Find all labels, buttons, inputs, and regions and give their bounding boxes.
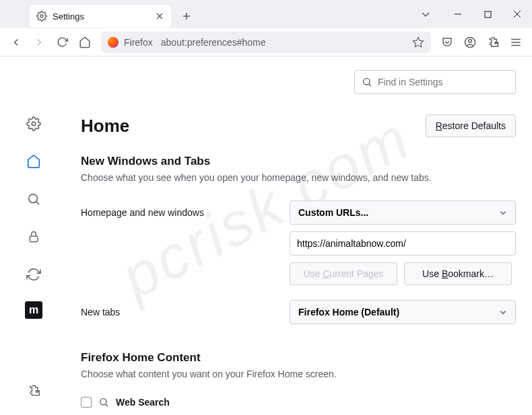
- titlebar: Settings: [0, 0, 532, 28]
- forward-button[interactable]: [28, 32, 50, 53]
- window-minimize-button[interactable]: [443, 0, 473, 28]
- homepage-url-input[interactable]: [290, 231, 516, 256]
- sidebar-item-search[interactable]: [23, 188, 44, 210]
- svg-point-4: [469, 39, 472, 42]
- homepage-label: Homepage and new windows: [81, 207, 290, 218]
- page-title: Home: [81, 116, 129, 137]
- svg-rect-7: [30, 236, 38, 241]
- home-button[interactable]: [74, 32, 96, 53]
- newtabs-select[interactable]: Firefox Home (Default): [290, 300, 516, 324]
- svg-point-5: [32, 122, 36, 126]
- back-button[interactable]: [5, 32, 27, 53]
- account-button[interactable]: [459, 32, 481, 53]
- svg-point-9: [100, 399, 106, 405]
- sidebar-item-privacy[interactable]: [23, 226, 44, 248]
- use-bookmark-button[interactable]: Use Bookmark…: [404, 262, 512, 285]
- find-settings-field[interactable]: [354, 70, 516, 94]
- sidebar-item-sync[interactable]: [23, 264, 44, 285]
- browser-tab[interactable]: Settings: [30, 5, 171, 28]
- section-windows-tabs-title: New Windows and Tabs: [67, 155, 516, 168]
- url-bar[interactable]: Firefox about:preferences#home: [101, 32, 431, 53]
- tab-close-button[interactable]: [155, 11, 164, 21]
- svg-rect-1: [485, 11, 491, 17]
- sidebar-item-mozilla[interactable]: m: [25, 301, 42, 319]
- gear-icon: [36, 11, 47, 22]
- svg-point-8: [364, 79, 370, 85]
- window-maximize-button[interactable]: [473, 0, 502, 28]
- svg-point-0: [40, 15, 43, 17]
- homepage-select-value: Custom URLs...: [298, 207, 368, 218]
- firefox-logo-icon: [108, 37, 119, 48]
- newtabs-select-value: Firefox Home (Default): [298, 307, 399, 317]
- section-windows-tabs-desc: Choose what you see when you open your h…: [67, 172, 516, 183]
- pocket-button[interactable]: [436, 32, 458, 53]
- reload-button[interactable]: [51, 32, 73, 53]
- search-icon: [98, 397, 109, 408]
- sidebar-item-general[interactable]: [23, 113, 44, 135]
- svg-marker-2: [413, 37, 424, 46]
- restore-defaults-button[interactable]: Restore Defaults: [426, 114, 516, 137]
- new-tab-button[interactable]: [176, 6, 197, 26]
- extensions-button[interactable]: [482, 32, 504, 53]
- websearch-checkbox[interactable]: [81, 397, 92, 408]
- svg-point-6: [29, 194, 38, 203]
- window-close-button[interactable]: [502, 0, 532, 28]
- urlbar-text: about:preferences#home: [161, 37, 412, 48]
- urlbar-brand: Firefox: [124, 37, 153, 48]
- find-settings-input[interactable]: [378, 77, 508, 87]
- tab-title: Settings: [53, 11, 155, 22]
- navbar: Firefox about:preferences#home: [0, 28, 532, 56]
- settings-sidebar: m: [0, 56, 67, 415]
- section-home-content-title: Firefox Home Content: [67, 351, 516, 365]
- app-menu-button[interactable]: [505, 32, 527, 53]
- newtabs-label: New tabs: [81, 307, 290, 317]
- homepage-select[interactable]: Custom URLs...: [290, 200, 516, 225]
- tabs-dropdown-button[interactable]: [413, 0, 443, 28]
- sidebar-item-extensions[interactable]: [23, 380, 44, 402]
- sidebar-item-home[interactable]: [23, 151, 44, 172]
- use-current-pages-button[interactable]: Use Current Pages: [290, 262, 397, 285]
- websearch-label: Web Search: [116, 397, 170, 408]
- section-home-content-desc: Choose what content you want on your Fir…: [67, 369, 516, 379]
- main-panel: Home Restore Defaults New Windows and Ta…: [67, 56, 532, 415]
- bookmark-star-icon[interactable]: [412, 36, 424, 48]
